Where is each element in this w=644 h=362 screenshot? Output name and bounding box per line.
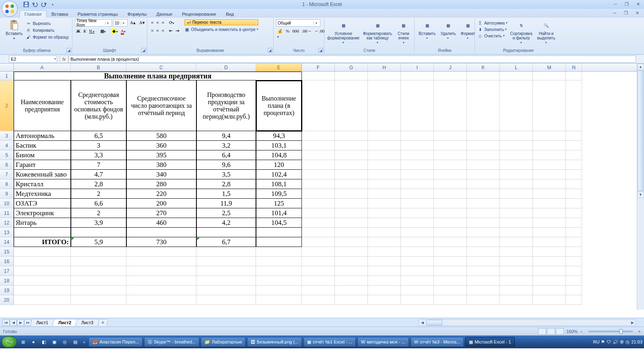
cell[interactable] bbox=[533, 218, 566, 228]
data-cell[interactable]: 1,5 bbox=[196, 189, 256, 199]
header-cell-0[interactable]: Наимсенование предприятия bbox=[14, 80, 71, 131]
data-cell[interactable]: Кристалл bbox=[14, 179, 71, 189]
header-cell-3[interactable]: Производство продукции за отчётный перио… bbox=[196, 80, 256, 131]
cell[interactable] bbox=[196, 286, 256, 295]
tab-formulas[interactable]: Формулы bbox=[123, 10, 152, 18]
cell[interactable] bbox=[335, 199, 368, 208]
undo-icon[interactable] bbox=[31, 1, 39, 8]
cell[interactable] bbox=[467, 237, 500, 247]
increase-decimal-button[interactable]: .00→ bbox=[301, 28, 313, 39]
cell[interactable] bbox=[500, 189, 533, 199]
cell[interactable] bbox=[467, 141, 500, 150]
data-cell[interactable] bbox=[256, 237, 302, 247]
cell[interactable] bbox=[368, 276, 401, 286]
cell[interactable] bbox=[368, 208, 401, 218]
cell[interactable] bbox=[71, 266, 126, 276]
sheet-nav-first[interactable]: ⏮ bbox=[2, 319, 10, 326]
cell[interactable] bbox=[566, 276, 582, 286]
tray-icon[interactable]: 🔊 bbox=[613, 339, 618, 345]
grow-font-button[interactable]: A▴ bbox=[129, 19, 137, 27]
column-header-B[interactable]: B bbox=[71, 64, 126, 71]
ql-icon[interactable]: ▤ bbox=[71, 337, 80, 346]
cell[interactable] bbox=[467, 150, 500, 160]
fx-button[interactable]: fх bbox=[60, 56, 68, 63]
save-icon[interactable] bbox=[23, 1, 30, 8]
cell[interactable] bbox=[71, 286, 126, 295]
cell[interactable] bbox=[368, 141, 401, 150]
data-cell[interactable]: 4,2 bbox=[196, 218, 256, 228]
cell[interactable] bbox=[467, 160, 500, 170]
data-cell[interactable]: 220 bbox=[126, 189, 196, 199]
cell[interactable] bbox=[302, 150, 335, 160]
cell[interactable] bbox=[434, 237, 467, 247]
percent-button[interactable]: % bbox=[285, 28, 291, 39]
bold-button[interactable]: Ж bbox=[75, 28, 82, 35]
cell[interactable] bbox=[302, 72, 335, 80]
cell[interactable] bbox=[500, 199, 533, 208]
name-box[interactable]: E2▾ bbox=[9, 56, 57, 63]
data-cell[interactable]: Автонормаль bbox=[14, 131, 71, 141]
cell[interactable] bbox=[566, 218, 582, 228]
data-cell[interactable]: 460 bbox=[126, 218, 196, 228]
cell[interactable] bbox=[368, 257, 401, 266]
cell[interactable] bbox=[434, 72, 467, 80]
cell[interactable] bbox=[126, 247, 196, 257]
format-painter-button[interactable]: 🖌Формат по образцу bbox=[26, 34, 69, 40]
column-header-I[interactable]: I bbox=[401, 64, 434, 71]
cell[interactable] bbox=[467, 247, 500, 257]
data-cell[interactable]: 101,4 bbox=[256, 208, 302, 218]
cell[interactable] bbox=[335, 179, 368, 189]
cell[interactable] bbox=[566, 228, 582, 237]
sheet-tab-2[interactable]: Лист2 bbox=[52, 319, 77, 326]
data-cell[interactable] bbox=[126, 228, 196, 237]
conditional-formatting-button[interactable]: ▦Условное форматирование▾ bbox=[327, 19, 360, 45]
sheet-tab-3[interactable]: Лист3 bbox=[75, 319, 99, 326]
cell[interactable] bbox=[434, 295, 467, 305]
data-cell[interactable]: Медтехника bbox=[14, 189, 71, 199]
cell[interactable] bbox=[467, 208, 500, 218]
cell[interactable] bbox=[14, 247, 71, 257]
cell[interactable] bbox=[302, 199, 335, 208]
cell[interactable] bbox=[533, 295, 566, 305]
cell[interactable] bbox=[434, 199, 467, 208]
view-normal-button[interactable] bbox=[538, 328, 546, 335]
ql-icon[interactable]: ◎ bbox=[60, 337, 69, 346]
cell[interactable] bbox=[256, 286, 302, 295]
tray-icon[interactable]: ⚑ bbox=[601, 339, 605, 345]
cell[interactable] bbox=[467, 266, 500, 276]
cell[interactable] bbox=[566, 266, 582, 276]
cell[interactable] bbox=[566, 295, 582, 305]
cell[interactable] bbox=[368, 189, 401, 199]
doc-minimize-button[interactable]: ─ bbox=[610, 10, 619, 16]
cell[interactable] bbox=[302, 237, 335, 247]
cell[interactable] bbox=[566, 179, 582, 189]
cell[interactable] bbox=[566, 247, 582, 257]
cell[interactable] bbox=[335, 276, 368, 286]
sheet-nav-prev[interactable]: ◀ bbox=[10, 319, 17, 326]
cell[interactable] bbox=[434, 150, 467, 160]
column-header-E[interactable]: E bbox=[256, 64, 302, 71]
align-bottom-button[interactable]: ≡ bbox=[160, 19, 165, 26]
task-image[interactable]: 🖼Безымянный.png (... bbox=[247, 337, 302, 347]
data-cell[interactable]: 2,8 bbox=[71, 179, 126, 189]
cell[interactable] bbox=[467, 199, 500, 208]
cell[interactable] bbox=[256, 266, 302, 276]
cell[interactable] bbox=[196, 247, 256, 257]
row-header-18[interactable]: 18 bbox=[0, 276, 14, 286]
cell[interactable] bbox=[467, 276, 500, 286]
font-color-button[interactable]: A▾ bbox=[120, 28, 127, 35]
data-cell[interactable]: 109,5 bbox=[256, 189, 302, 199]
autosum-button[interactable]: ΣАвтосумма ▾ bbox=[477, 20, 508, 26]
cell[interactable] bbox=[126, 286, 196, 295]
cell[interactable] bbox=[533, 179, 566, 189]
tab-view[interactable]: Вид bbox=[221, 10, 239, 18]
align-middle-button[interactable]: ≡ bbox=[155, 19, 160, 26]
cell[interactable] bbox=[196, 295, 256, 305]
copy-button[interactable]: ⎘Копировать bbox=[26, 27, 69, 33]
zoom-out-button[interactable]: − bbox=[580, 329, 582, 334]
cut-button[interactable]: ✂Вырезать bbox=[26, 21, 69, 26]
cell[interactable] bbox=[500, 266, 533, 276]
cell[interactable] bbox=[335, 141, 368, 150]
cell[interactable] bbox=[401, 257, 434, 266]
row-header-9[interactable]: 9 bbox=[0, 189, 14, 199]
